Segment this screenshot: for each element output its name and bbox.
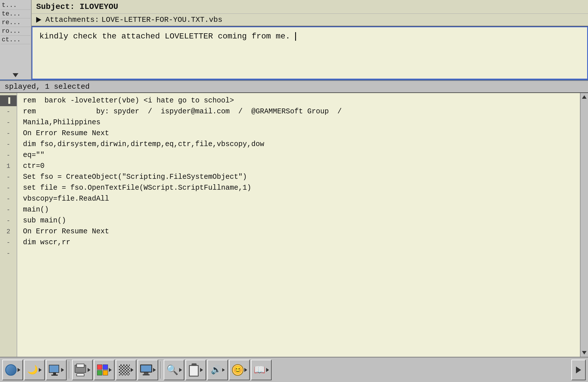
taskbar-moon-button[interactable]: 🌙 [24, 360, 45, 380]
taskbar-next-button[interactable] [571, 360, 586, 380]
email-section: t... te... re... ro... ct... Subject: IL… [0, 0, 588, 80]
line-num-2: - [0, 117, 17, 128]
subject-label: Subject: [36, 2, 75, 11]
line-num-4: - [0, 139, 17, 150]
checker-arrow-icon [131, 368, 134, 372]
line-num-3: - [0, 128, 17, 139]
code-content: rem barok -loveletter(vbe) <i hate go to… [17, 93, 580, 357]
line-num-11: - [0, 215, 17, 226]
attachment-expand-icon[interactable] [36, 17, 41, 23]
taskbar-folder-button[interactable] [46, 360, 67, 380]
attachment-label: Attachments: [45, 15, 99, 24]
taskbar-clipboard-button[interactable] [185, 360, 206, 380]
colors-arrow-icon [109, 368, 112, 372]
text-cursor [295, 32, 296, 41]
code-line-6: eq="" [23, 150, 574, 161]
line-num-1: - [0, 106, 17, 117]
scrollbar[interactable] [580, 93, 588, 357]
line-num-6: 1 [0, 161, 17, 172]
taskbar-wrench-button[interactable] [72, 360, 93, 380]
folder-arrow-icon [61, 368, 64, 372]
sidebar-item-4[interactable]: ro... [1, 27, 30, 36]
globe-arrow-icon [18, 368, 20, 372]
separator-1 [69, 361, 70, 379]
line-num-9: - [0, 193, 17, 204]
face-icon: 😊 [232, 364, 243, 376]
next-arrow-icon [576, 367, 581, 373]
code-line-12: sub main() [23, 215, 574, 226]
wrench-arrow-icon [88, 368, 90, 372]
taskbar: 🌙 [0, 357, 588, 382]
main-screen: t... te... re... ro... ct... Subject: IL… [0, 0, 588, 382]
line-num-5: - [0, 150, 17, 161]
code-line-14: dim wscr,rr [23, 237, 574, 248]
line-num-10: - [0, 204, 17, 215]
taskbar-speaker-button[interactable]: 🔊 [207, 360, 228, 380]
moon-icon: 🌙 [27, 364, 38, 375]
book-arrow-icon [266, 368, 269, 372]
speaker-arrow-icon [222, 368, 225, 372]
search-arrow-icon [179, 368, 182, 372]
line-num-12: 2 [0, 226, 17, 237]
line-num-7: - [0, 172, 17, 183]
email-body-text: kindly check the attached LOVELETTER com… [39, 32, 290, 41]
line-num-active: ▐ [0, 95, 17, 106]
scroll-down-icon[interactable] [13, 73, 18, 77]
sidebar-item-1[interactable]: t... [1, 1, 30, 10]
sidebar-item-2[interactable]: te... [1, 10, 30, 18]
subject-value: ILOVEYOU [80, 2, 118, 11]
taskbar-end [571, 360, 586, 380]
taskbar-globe-button[interactable] [2, 360, 23, 380]
taskbar-face-button[interactable]: 😊 [229, 360, 250, 380]
code-line-8: Set fso = CreateObject("Scripting.FileSy… [23, 172, 574, 183]
line-num-13: - [0, 237, 17, 248]
line-num-14: - [0, 248, 17, 259]
line-numbers: ▐ - - - - - 1 - - - - - 2 - - [0, 93, 17, 357]
attachment-filename[interactable]: LOVE-LETTER-FOR-YOU.TXT.vbs [101, 15, 222, 24]
book-icon: 📖 [254, 364, 265, 376]
search-icon: 🔍 [166, 364, 178, 376]
moon-arrow-icon [39, 368, 42, 372]
code-line-5: dim fso,dirsystem,dirwin,dirtemp,eq,ctr,… [23, 139, 574, 150]
code-line-4: On Error Resume Next [23, 128, 574, 139]
taskbar-colors-button[interactable] [94, 360, 115, 380]
status-text: splayed, 1 selected [5, 82, 90, 91]
separator-2 [160, 361, 161, 379]
left-sidebar: t... te... re... ro... ct... [0, 0, 32, 79]
code-line-10: vbscopy=file.ReadAll [23, 193, 574, 204]
code-line-1: rem barok -loveletter(vbe) <i hate go to… [23, 95, 574, 106]
clipboard-arrow-icon [200, 368, 203, 372]
email-subject: Subject: ILOVEYOU [32, 0, 588, 14]
globe-icon [5, 364, 17, 376]
email-attachment: Attachments: LOVE-LETTER-FOR-YOU.TXT.vbs [32, 14, 588, 26]
code-section: ▐ - - - - - 1 - - - - - 2 - - rem barok … [0, 93, 588, 357]
code-line-7: ctr=0 [23, 161, 574, 172]
line-num-8: - [0, 183, 17, 193]
taskbar-book-button[interactable]: 📖 [251, 360, 272, 380]
colors-icon [97, 364, 108, 375]
taskbar-monitor-button[interactable] [138, 360, 158, 380]
sidebar-item-5[interactable]: ct... [1, 36, 30, 44]
speaker-icon: 🔊 [211, 364, 221, 375]
code-line-2: rem by: spyder / ispyder@mail.com / @GRA… [23, 106, 574, 117]
taskbar-search-button[interactable]: 🔍 [164, 360, 184, 380]
checker-icon [119, 364, 130, 375]
scroll-up-arrow[interactable] [582, 95, 587, 99]
email-content: Subject: ILOVEYOU Attachments: LOVE-LETT… [32, 0, 588, 79]
face-arrow-icon [244, 368, 247, 372]
sidebar-item-3[interactable]: re... [1, 18, 30, 27]
scroll-down-arrow-right[interactable] [582, 351, 587, 354]
monitor-icon [140, 364, 152, 375]
code-line-9: set file = fso.OpenTextFile(WScript.Scri… [23, 183, 574, 193]
email-body: kindly check the attached LOVELETTER com… [32, 26, 588, 79]
status-bar: splayed, 1 selected [0, 80, 588, 93]
monitor-arrow-icon [153, 368, 156, 372]
clipboard-icon [189, 363, 199, 377]
code-line-3: Manila,Philippines [23, 117, 574, 128]
code-line-13: On Error Resume Next [23, 226, 574, 237]
taskbar-checker-button[interactable] [116, 360, 136, 380]
code-line-11: main() [23, 204, 574, 215]
